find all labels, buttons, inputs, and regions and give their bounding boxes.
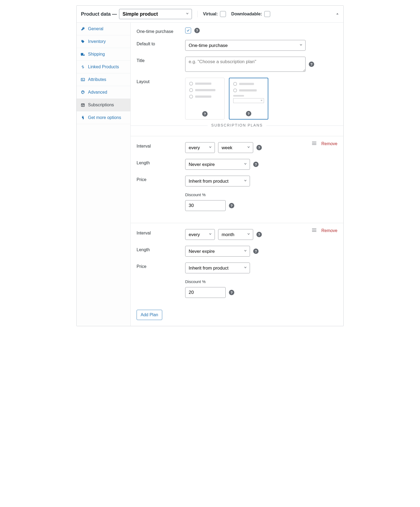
field-label: Price — [137, 176, 185, 182]
discount-input[interactable] — [185, 200, 226, 211]
help-icon[interactable]: ? — [309, 62, 314, 67]
id-icon — [80, 77, 85, 82]
link-icon — [80, 65, 85, 69]
layout-row: Layout ? — [137, 78, 337, 120]
sidebar-item-get-more-options[interactable]: Get more options — [77, 111, 130, 124]
interval-unit-select[interactable]: week — [218, 142, 253, 153]
length-select[interactable]: Never expire — [185, 246, 250, 257]
layout-option-list[interactable]: ? — [185, 78, 225, 120]
sidebar-item-label: General — [88, 26, 103, 31]
sidebar-item-general[interactable]: General — [77, 23, 130, 35]
title-row: Title ? — [137, 57, 337, 72]
truck-icon — [80, 52, 85, 56]
add-plan-button[interactable]: Add Plan — [137, 310, 162, 320]
sidebar-item-advanced[interactable]: Advanced — [77, 86, 130, 99]
tag-icon — [80, 39, 85, 44]
field-label: Interval — [137, 142, 185, 149]
drag-handle-icon[interactable] — [311, 141, 317, 147]
discount-row: Discount %? — [137, 279, 337, 298]
title-label: Title — [137, 57, 185, 63]
remove-plan-link[interactable]: Remove — [321, 228, 337, 233]
discount-label: Discount % — [185, 192, 206, 197]
sidebar-item-label: Get more options — [88, 115, 121, 120]
layout-option-dropdown[interactable]: ? — [229, 78, 268, 120]
sidebar-item-attributes[interactable]: Attributes — [77, 73, 130, 86]
sidebar-item-label: Subscriptions — [88, 103, 114, 107]
sidebar-item-label: Advanced — [88, 90, 107, 95]
collapse-toggle-icon[interactable] — [336, 12, 339, 16]
virtual-toggle[interactable]: Virtual: — [203, 11, 226, 17]
interval-unit-select[interactable]: month — [218, 229, 253, 240]
svg-rect-2 — [82, 80, 84, 80]
help-icon[interactable]: ? — [202, 111, 208, 117]
discount-row: Discount %? — [137, 192, 337, 211]
content-area: One-time purchase ? Default to One-time … — [131, 23, 343, 326]
plan-field-row: Intervaleverymonth? — [137, 229, 337, 240]
svg-rect-1 — [82, 79, 83, 80]
discount-label: Discount % — [185, 279, 206, 284]
help-icon[interactable]: ? — [253, 162, 259, 167]
plan-field-row: Intervaleveryweek? — [137, 142, 337, 153]
plug-icon — [80, 115, 85, 120]
downloadable-checkbox[interactable] — [264, 11, 270, 17]
sidebar-item-label: Linked Products — [88, 64, 119, 69]
gear-icon — [80, 90, 85, 94]
plan-block: RemoveIntervaleveryweek?LengthNever expi… — [131, 136, 343, 223]
product-type-select[interactable]: Simple product — [119, 9, 192, 19]
virtual-checkbox[interactable] — [220, 11, 226, 17]
panel-title: Product data — — [81, 11, 117, 17]
interval-freq-select[interactable]: every — [185, 229, 215, 240]
layout-label: Layout — [137, 78, 185, 84]
discount-input[interactable] — [185, 287, 226, 298]
plan-field-row: PriceInherit from product — [137, 176, 337, 186]
default-to-label: Default to — [137, 40, 185, 46]
price-select[interactable]: Inherit from product — [185, 176, 250, 186]
one-time-row: One-time purchase ? — [137, 28, 337, 34]
panel-header: Product data — Simple product Virtual: D… — [77, 6, 343, 23]
wrench-icon — [80, 27, 85, 31]
title-input[interactable] — [185, 57, 306, 72]
layout-options: ? ? — [185, 78, 268, 120]
help-icon[interactable]: ? — [256, 232, 262, 237]
plan-field-row: PriceInherit from product — [137, 263, 337, 273]
help-icon[interactable]: ? — [229, 203, 234, 208]
remove-plan-link[interactable]: Remove — [321, 141, 337, 146]
field-label: Interval — [137, 229, 185, 236]
sidebar-item-label: Attributes — [88, 77, 106, 82]
panel-body: GeneralInventoryShippingLinked ProductsA… — [77, 23, 343, 326]
default-to-row: Default to One-time purchase — [137, 40, 337, 51]
help-icon[interactable]: ? — [256, 145, 262, 150]
length-select[interactable]: Never expire — [185, 159, 250, 170]
plan-block: RemoveIntervaleverymonth?LengthNever exp… — [131, 223, 343, 310]
price-select[interactable]: Inherit from product — [185, 263, 250, 273]
field-label: Length — [137, 159, 185, 165]
one-time-label: One-time purchase — [137, 28, 185, 34]
sidebar-item-subscriptions[interactable]: Subscriptions — [77, 99, 130, 111]
field-label: Price — [137, 263, 185, 269]
calendar-icon — [80, 103, 85, 107]
downloadable-label: Downloadable: — [231, 12, 262, 16]
sidebar-item-label: Shipping — [88, 52, 105, 57]
plan-field-row: LengthNever expire? — [137, 246, 337, 257]
downloadable-toggle[interactable]: Downloadable: — [231, 11, 270, 17]
sidebar: GeneralInventoryShippingLinked ProductsA… — [77, 23, 131, 326]
sidebar-item-inventory[interactable]: Inventory — [77, 35, 130, 48]
svg-rect-0 — [81, 78, 85, 81]
sidebar-item-shipping[interactable]: Shipping — [77, 48, 130, 61]
help-icon[interactable]: ? — [253, 249, 259, 254]
interval-freq-select[interactable]: every — [185, 142, 215, 153]
separator — [197, 11, 198, 17]
product-data-panel: Product data — Simple product Virtual: D… — [76, 5, 344, 326]
plans-divider: SUBSCRIPTION PLANS — [131, 125, 343, 131]
virtual-label: Virtual: — [203, 12, 218, 16]
sidebar-item-label: Inventory — [88, 39, 106, 44]
default-to-select[interactable]: One-time purchase — [185, 40, 306, 51]
drag-handle-icon[interactable] — [311, 228, 317, 233]
help-icon[interactable]: ? — [246, 111, 251, 116]
help-icon[interactable]: ? — [194, 28, 200, 33]
one-time-checkbox[interactable] — [185, 28, 191, 33]
help-icon[interactable]: ? — [229, 290, 234, 295]
plan-field-row: LengthNever expire? — [137, 159, 337, 170]
svg-rect-3 — [81, 104, 84, 106]
sidebar-item-linked-products[interactable]: Linked Products — [77, 61, 130, 73]
